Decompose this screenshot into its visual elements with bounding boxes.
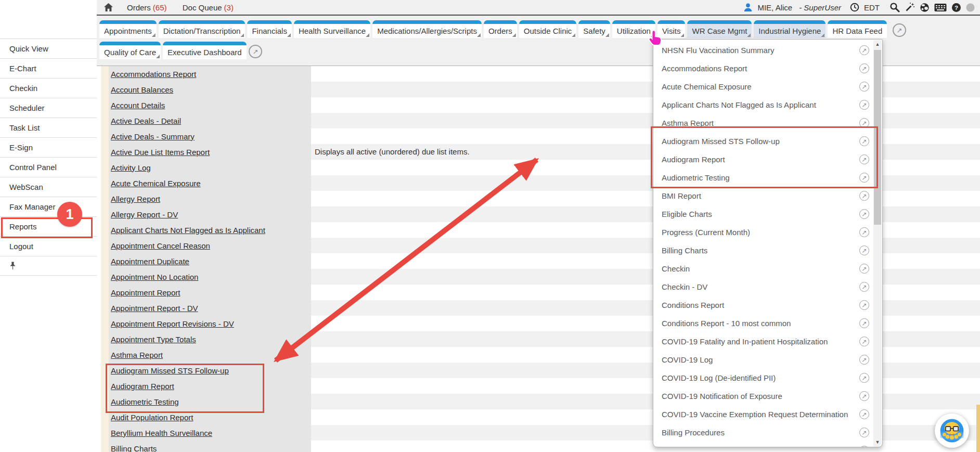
dropdown-report-item[interactable]: COVID-19 Notification of Exposure ↗: [653, 387, 873, 405]
dropdown-report-item[interactable]: Eligible Charts ↗: [653, 205, 873, 223]
open-report-icon[interactable]: ↗: [859, 282, 869, 292]
search-icon[interactable]: [889, 2, 900, 12]
report-link[interactable]: Activity Log: [111, 163, 151, 172]
dashboard-overflow-icon[interactable]: ↗: [249, 45, 262, 58]
topbar-queue-link[interactable]: Doc Queue(3): [183, 3, 234, 12]
report-link[interactable]: Appointment Cancel Reason: [111, 241, 210, 250]
dropdown-report-item[interactable]: Accommodations Report ↗: [653, 59, 873, 78]
scroll-down-icon[interactable]: ▼: [873, 440, 882, 445]
topbar-queue-link[interactable]: Orders(65): [127, 3, 167, 12]
dropdown-report-item[interactable]: NHSN Flu Vaccination Summary ↗: [653, 41, 873, 59]
wand-icon[interactable]: [905, 2, 915, 12]
scrollbar-thumb[interactable]: [874, 50, 881, 225]
module-tab[interactable]: Health Surveillance: [294, 20, 370, 38]
open-report-icon[interactable]: ↗: [859, 100, 869, 110]
report-link[interactable]: Beryllium Health Surveillance: [111, 429, 212, 437]
report-link[interactable]: Asthma Report: [111, 351, 163, 359]
dropdown-report-item[interactable]: Audiogram Missed STS Follow-up ↗: [653, 132, 873, 150]
sidebar-item[interactable]: Checkin: [0, 79, 97, 98]
open-report-icon[interactable]: ↗: [859, 45, 869, 55]
sidebar-item[interactable]: Fax Manager: [0, 197, 97, 217]
chat-octopus-button[interactable]: [935, 414, 969, 448]
report-link[interactable]: Active Deals - Summary: [111, 132, 195, 141]
open-report-icon[interactable]: ↗: [859, 391, 869, 401]
user-icon[interactable]: [743, 3, 753, 12]
dropdown-report-item[interactable]: Applicant Charts Not Flagged as Is Appli…: [653, 96, 873, 114]
report-link[interactable]: Appointment Report Revisions - DV: [111, 319, 234, 328]
report-link[interactable]: Billing Charts: [111, 444, 157, 452]
open-report-icon[interactable]: ↗: [859, 173, 869, 183]
dropdown-report-item[interactable]: Conditions Report ↗: [653, 296, 873, 314]
tab-overflow-icon[interactable]: ↗: [893, 23, 906, 37]
open-report-icon[interactable]: ↗: [859, 446, 869, 447]
open-report-icon[interactable]: ↗: [859, 154, 869, 164]
help-icon[interactable]: ?: [951, 3, 961, 12]
report-link[interactable]: Appointment Report: [111, 288, 180, 297]
open-report-icon[interactable]: ↗: [859, 337, 869, 346]
dropdown-report-item[interactable]: BMI Report ↗: [653, 187, 873, 205]
scroll-up-icon[interactable]: ▲: [873, 42, 882, 47]
report-link[interactable]: Audit Population Report: [111, 413, 193, 422]
globe-icon[interactable]: [920, 3, 930, 12]
module-tab[interactable]: Outside Clinic: [519, 20, 577, 38]
sidebar-item[interactable]: E-Chart: [0, 59, 97, 79]
dashboard-tab[interactable]: Executive Dashboard: [163, 42, 247, 59]
module-tab[interactable]: Dictation/Transcription: [159, 20, 246, 38]
dropdown-report-item[interactable]: COVID-19 Log ↗: [653, 351, 873, 369]
report-link[interactable]: Active Deals - Detail: [111, 117, 181, 125]
open-report-icon[interactable]: ↗: [859, 191, 869, 201]
dropdown-report-item[interactable]: Audiometric Testing ↗: [653, 169, 873, 187]
sidebar-item[interactable]: WebScan: [0, 177, 97, 197]
report-link[interactable]: Appointment Type Totals: [111, 335, 196, 344]
dropdown-report-item[interactable]: COVID-19 Log (De-identified PII) ↗: [653, 369, 873, 387]
dropdown-report-item[interactable]: Asthma Report ↗: [653, 114, 873, 132]
dropdown-report-item[interactable]: Conditions Report - 10 most common ↗: [653, 314, 873, 332]
dropdown-report-item[interactable]: Billing Charts ↗: [653, 241, 873, 260]
module-tab[interactable]: HR Data Feed: [828, 20, 887, 38]
sidebar-item[interactable]: Scheduler: [0, 98, 97, 118]
open-report-icon[interactable]: ↗: [859, 264, 869, 274]
open-report-icon[interactable]: ↗: [859, 227, 869, 237]
report-link[interactable]: Appointment Report - DV: [111, 304, 198, 313]
dropdown-report-item[interactable]: Checkin - DV ↗: [653, 278, 873, 296]
open-report-icon[interactable]: ↗: [859, 428, 869, 437]
report-link[interactable]: Account Balances: [111, 85, 173, 94]
module-tab[interactable]: Financials: [247, 20, 292, 38]
dropdown-scrollbar[interactable]: ▲ ▼: [873, 40, 882, 446]
sidebar-item[interactable]: Control Panel: [0, 158, 97, 177]
dropdown-report-item[interactable]: Billing Procedure Details by Encounter ↗: [653, 442, 873, 447]
report-link[interactable]: Acute Chemical Exposure: [111, 179, 201, 188]
dashboard-tab[interactable]: Quality of Care: [99, 42, 161, 59]
clock-icon[interactable]: [850, 3, 859, 12]
report-link[interactable]: Active Due List Items Report: [111, 148, 210, 157]
report-link[interactable]: Accommodations Report: [111, 70, 196, 79]
sidebar-item[interactable]: Task List: [0, 118, 97, 138]
dropdown-report-item[interactable]: COVID-19 Vaccine Exemption Request Deter…: [653, 405, 873, 423]
module-tab[interactable]: WR Case Mgmt: [687, 20, 752, 38]
report-link[interactable]: Applicant Charts Not Flagged as Is Appli…: [111, 226, 265, 235]
dropdown-report-item[interactable]: Acute Chemical Exposure ↗: [653, 78, 873, 96]
open-report-icon[interactable]: ↗: [859, 136, 869, 146]
user-name[interactable]: MIE, Alice: [757, 3, 792, 12]
report-link[interactable]: Audiogram Missed STS Follow-up: [111, 366, 229, 375]
dropdown-report-item[interactable]: COVID-19 Fatality and In-patient Hospita…: [653, 332, 873, 351]
module-tab[interactable]: Safety: [578, 20, 610, 38]
sidebar-item[interactable]: Logout: [0, 237, 97, 256]
module-tab[interactable]: Appointments: [99, 20, 157, 38]
open-report-icon[interactable]: ↗: [859, 82, 869, 92]
report-link[interactable]: Appointment No Location: [111, 273, 198, 281]
dropdown-report-item[interactable]: Audiogram Report ↗: [653, 150, 873, 169]
home-icon[interactable]: [104, 3, 113, 12]
keyboard-icon[interactable]: [934, 3, 947, 12]
dropdown-report-item[interactable]: Progress (Current Month) ↗: [653, 223, 873, 241]
sidebar-item[interactable]: Reports: [0, 217, 97, 237]
module-tab[interactable]: Orders: [484, 20, 517, 38]
report-link[interactable]: Audiometric Testing: [111, 397, 179, 406]
report-link[interactable]: Audiogram Report: [111, 382, 174, 391]
module-tab[interactable]: Industrial Hygiene: [754, 20, 826, 38]
report-link[interactable]: Account Details: [111, 101, 165, 110]
dropdown-report-item[interactable]: Checkin ↗: [653, 260, 873, 278]
sidebar-item[interactable]: Quick View: [0, 39, 97, 59]
report-link[interactable]: Appointment Duplicate: [111, 257, 189, 266]
module-tab[interactable]: Medications/Allergies/Scripts: [372, 20, 482, 38]
